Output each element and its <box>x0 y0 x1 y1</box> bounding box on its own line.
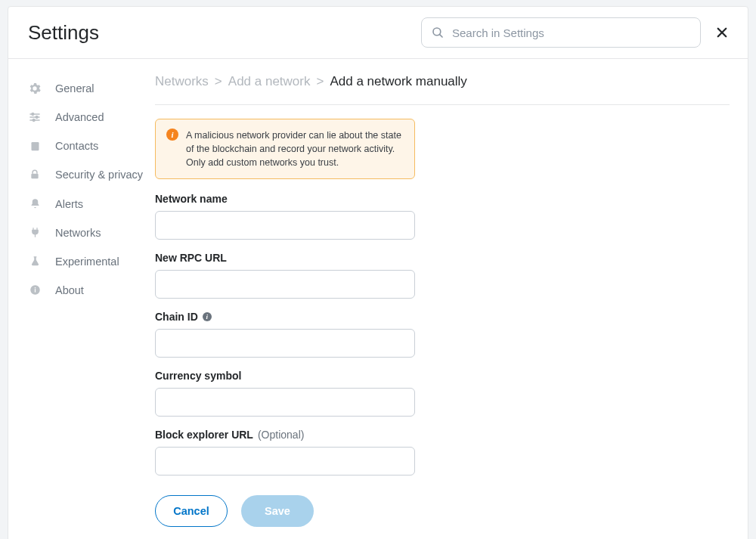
search-input[interactable] <box>445 26 691 39</box>
warning-text: A malicious network provider can lie abo… <box>186 129 404 169</box>
sidebar-item-about[interactable]: About <box>28 276 152 305</box>
warning-info-icon: i <box>166 129 178 141</box>
settings-sidebar: General Advanced Contacts Security & pri… <box>8 59 152 539</box>
currency-symbol-label: Currency symbol <box>155 370 415 382</box>
sidebar-item-alerts[interactable]: Alerts <box>28 190 152 218</box>
lock-icon <box>28 168 42 181</box>
breadcrumb-add-network[interactable]: Add a network <box>228 74 311 89</box>
svg-point-9 <box>33 119 35 122</box>
network-name-input[interactable] <box>155 211 415 240</box>
sidebar-item-advanced[interactable]: Advanced <box>28 103 152 132</box>
svg-point-14 <box>34 287 36 289</box>
cancel-button[interactable]: Cancel <box>155 495 228 527</box>
gear-icon <box>28 82 42 95</box>
svg-rect-10 <box>31 142 39 150</box>
block-explorer-input[interactable] <box>155 447 415 475</box>
breadcrumb-separator: > <box>316 74 324 89</box>
breadcrumb-networks[interactable]: Networks <box>155 74 209 89</box>
sidebar-item-label: Advanced <box>55 110 104 124</box>
chain-id-label-text: Chain ID <box>155 311 198 323</box>
svg-rect-13 <box>34 290 35 293</box>
sidebar-item-label: Security & privacy <box>55 168 143 181</box>
block-explorer-label-text: Block explorer URL <box>155 429 253 441</box>
currency-symbol-input[interactable] <box>155 388 415 417</box>
rpc-url-label: New RPC URL <box>155 252 415 264</box>
warning-banner: i A malicious network provider can lie a… <box>155 119 415 179</box>
sidebar-item-networks[interactable]: Networks <box>28 218 152 247</box>
settings-main: Networks > Add a network > Add a network… <box>152 59 748 539</box>
svg-rect-11 <box>31 174 38 178</box>
save-button: Save <box>241 495 314 527</box>
chain-id-info-icon[interactable]: i <box>203 312 212 321</box>
block-explorer-label: Block explorer URL (Optional) <box>155 429 415 441</box>
chain-id-label: Chain ID i <box>155 311 415 323</box>
page-title: Settings <box>28 21 99 45</box>
sidebar-item-security[interactable]: Security & privacy <box>28 160 152 189</box>
sidebar-item-label: Alerts <box>55 197 83 211</box>
breadcrumb: Networks > Add a network > Add a network… <box>155 74 730 89</box>
sidebar-item-contacts[interactable]: Contacts <box>28 132 152 160</box>
contacts-icon <box>28 139 42 153</box>
chain-id-input[interactable] <box>155 329 415 358</box>
breadcrumb-separator: > <box>215 74 222 89</box>
search-icon <box>431 26 445 39</box>
sidebar-item-label: Networks <box>55 226 101 240</box>
sidebar-item-label: Experimental <box>55 255 119 268</box>
bell-icon <box>28 197 42 211</box>
close-icon <box>715 26 729 39</box>
sliders-icon <box>28 110 42 124</box>
sidebar-item-label: General <box>55 82 94 95</box>
sidebar-item-experimental[interactable]: Experimental <box>28 247 152 276</box>
optional-indicator: (Optional) <box>258 429 304 441</box>
settings-panel: Settings General Advanced <box>8 6 748 539</box>
info-icon <box>28 283 42 297</box>
sidebar-item-label: Contacts <box>55 139 98 153</box>
sidebar-item-general[interactable]: General <box>28 74 152 103</box>
svg-line-1 <box>439 34 442 37</box>
close-button[interactable] <box>713 23 731 42</box>
search-field-wrapper[interactable] <box>421 17 701 48</box>
add-network-form: i A malicious network provider can lie a… <box>155 119 415 527</box>
rpc-url-input[interactable] <box>155 270 415 299</box>
breadcrumb-current: Add a network manually <box>330 74 466 89</box>
network-name-label: Network name <box>155 193 415 205</box>
flask-icon <box>28 255 42 268</box>
sidebar-item-label: About <box>55 283 84 297</box>
plug-icon <box>28 226 42 240</box>
svg-point-8 <box>36 116 38 119</box>
svg-point-7 <box>32 113 34 116</box>
divider <box>155 104 730 105</box>
settings-header: Settings <box>8 7 748 59</box>
form-actions: Cancel Save <box>155 495 415 527</box>
